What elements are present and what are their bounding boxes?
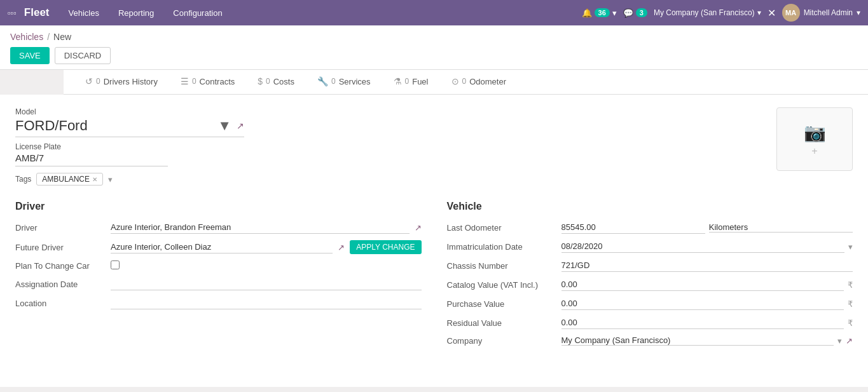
costs-count: 0	[266, 77, 270, 86]
photo-add-icon: +	[811, 145, 817, 157]
location-label: Location	[15, 299, 111, 308]
form-columns: Driver Driver Azure Interior, Brandon Fr…	[15, 201, 853, 352]
photo-upload[interactable]: 📷 +	[776, 107, 853, 171]
purchase-value-value: ₹	[561, 297, 853, 310]
driver-label: Driver	[15, 223, 111, 233]
tab-drivers-history[interactable]: ↺ 0 Drivers History	[74, 70, 169, 94]
model-input[interactable]	[15, 118, 212, 134]
purchase-currency-symbol: ₹	[848, 299, 853, 309]
model-section: Model ▼ ↗ License Plate Tags AMBULANCE ✕	[15, 107, 776, 186]
location-input[interactable]	[111, 297, 422, 309]
odometer-count: 0	[462, 77, 467, 86]
residual-currency-symbol: ₹	[848, 318, 853, 328]
tab-costs[interactable]: $ 0 Costs	[246, 70, 306, 94]
tab-bar: ↺ 0 Drivers History ☰ 0 Contracts $ 0 Co…	[64, 70, 868, 95]
odometer-unit-select[interactable]: Kilometers Miles	[709, 222, 853, 233]
notifications-badge: 36	[595, 8, 610, 17]
nav-vehicles[interactable]: Vehicles	[65, 6, 103, 20]
tab-contracts[interactable]: ☰ 0 Contracts	[169, 70, 246, 94]
license-input[interactable]	[15, 152, 168, 163]
assignation-date-row: Assignation Date	[15, 278, 422, 290]
services-count: 0	[331, 77, 336, 86]
future-driver-row: Future Driver Azure Interior, Colleen Di…	[15, 240, 422, 254]
contracts-label: Contracts	[200, 77, 235, 86]
residual-value-value: ₹	[561, 316, 853, 329]
chassis-row: Chassis Number	[447, 259, 853, 272]
immatriculation-calendar-icon[interactable]: ▾	[848, 242, 853, 252]
driver-select[interactable]: Azure Interior, Brandon Freeman	[111, 221, 410, 234]
location-row: Location	[15, 297, 422, 309]
messages-btn[interactable]: 💬 3	[623, 8, 647, 18]
fuel-icon: ⚗	[394, 76, 402, 86]
nav-menu: Vehicles Reporting Configuration	[65, 6, 582, 20]
immatriculation-input[interactable]	[561, 240, 845, 253]
plan-to-change-checkbox[interactable]	[111, 260, 120, 269]
chat-icon: 💬	[623, 8, 633, 18]
form-wrapper: Model ▼ ↗ License Plate Tags AMBULANCE ✕	[0, 95, 868, 387]
messages-badge: 3	[636, 8, 647, 17]
form-top: Model ▼ ↗ License Plate Tags AMBULANCE ✕	[15, 107, 853, 186]
close-button[interactable]: ✕	[768, 7, 776, 19]
breadcrumb-separator: /	[47, 32, 50, 42]
nav-reporting[interactable]: Reporting	[114, 6, 158, 20]
discard-button[interactable]: DISCARD	[55, 47, 111, 64]
nav-configuration[interactable]: Configuration	[169, 6, 226, 20]
action-buttons: SAVE DISCARD	[10, 47, 858, 64]
purchase-value-input[interactable]	[561, 297, 844, 310]
model-label: Model	[15, 107, 776, 116]
drivers-history-icon: ↺	[85, 76, 93, 86]
future-driver-label: Future Driver	[15, 243, 111, 252]
contracts-icon: ☰	[181, 76, 189, 86]
company-external-link-icon[interactable]: ↗	[846, 336, 853, 346]
tags-dropdown-icon[interactable]: ▾	[108, 175, 113, 184]
breadcrumb-parent[interactable]: Vehicles	[10, 32, 43, 42]
brand-logo: Fleet	[24, 6, 50, 19]
grid-icon[interactable]: ▫▫▫	[8, 8, 17, 18]
license-field	[15, 152, 168, 166]
residual-value-row: Residual Value ₹	[447, 316, 853, 329]
drivers-history-label: Drivers History	[104, 77, 158, 86]
plan-to-change-row: Plan To Change Car	[15, 260, 422, 271]
future-driver-select[interactable]: Azure Interior, Colleen Diaz	[111, 241, 333, 253]
user-menu[interactable]: MA Mitchell Admin ▾	[782, 4, 860, 22]
breadcrumb-area: Vehicles / New SAVE DISCARD	[0, 25, 868, 70]
save-button[interactable]: SAVE	[10, 47, 50, 64]
navbar-right: 🔔 36 ▾ 💬 3 My Company (San Francisco) ▾ …	[582, 4, 860, 22]
last-odometer-label: Last Odometer	[447, 223, 561, 233]
drivers-history-count: 0	[96, 77, 100, 86]
company-selector[interactable]: My Company (San Francisco) ▾	[654, 8, 761, 17]
chassis-label: Chassis Number	[447, 261, 561, 271]
services-label: Services	[339, 77, 371, 86]
tab-services[interactable]: 🔧 0 Services	[306, 70, 382, 94]
tag-remove-icon[interactable]: ✕	[92, 176, 97, 183]
residual-value-input[interactable]	[561, 316, 844, 329]
model-external-link-icon[interactable]: ↗	[237, 121, 244, 131]
company-select[interactable]: My Company (San Francisco)	[561, 335, 834, 346]
company-value: My Company (San Francisco) ▾ ↗	[561, 335, 853, 346]
apply-change-button[interactable]: APPLY CHANGE	[350, 240, 421, 254]
last-odometer-value: Kilometers Miles	[561, 221, 853, 234]
immatriculation-label: Immatriculation Date	[447, 242, 561, 252]
user-avatar: MA	[782, 4, 800, 22]
plan-to-change-value	[111, 260, 422, 271]
model-dropdown-arrow[interactable]: ▼	[217, 118, 231, 134]
future-driver-value: Azure Interior, Colleen Diaz ↗ APPLY CHA…	[111, 240, 422, 254]
odometer-label: Odometer	[469, 77, 506, 86]
license-label: License Plate	[15, 142, 776, 151]
last-odometer-input[interactable]	[561, 221, 705, 234]
assignation-date-select[interactable]	[111, 278, 422, 290]
notifications-btn[interactable]: 🔔 36 ▾	[582, 8, 617, 18]
catalog-value-input[interactable]	[561, 278, 844, 291]
tab-odometer[interactable]: ⊙ 0 Odometer	[440, 70, 518, 94]
chassis-input[interactable]	[561, 259, 853, 272]
catalog-value-label: Catalog Value (VAT Incl.)	[447, 280, 561, 290]
driver-value: Azure Interior, Brandon Freeman ↗	[111, 221, 422, 234]
tab-fuel[interactable]: ⚗ 0 Fuel	[382, 70, 440, 94]
tag-chip-ambulance: AMBULANCE ✕	[36, 173, 103, 186]
vehicle-section: Vehicle Last Odometer Kilometers Miles I…	[447, 201, 853, 352]
driver-external-link-icon[interactable]: ↗	[415, 223, 422, 233]
catalog-value-row: Catalog Value (VAT Incl.) ₹	[447, 278, 853, 291]
future-driver-external-link-icon[interactable]: ↗	[338, 243, 345, 252]
costs-icon: $	[258, 76, 263, 86]
contracts-count: 0	[192, 77, 196, 86]
